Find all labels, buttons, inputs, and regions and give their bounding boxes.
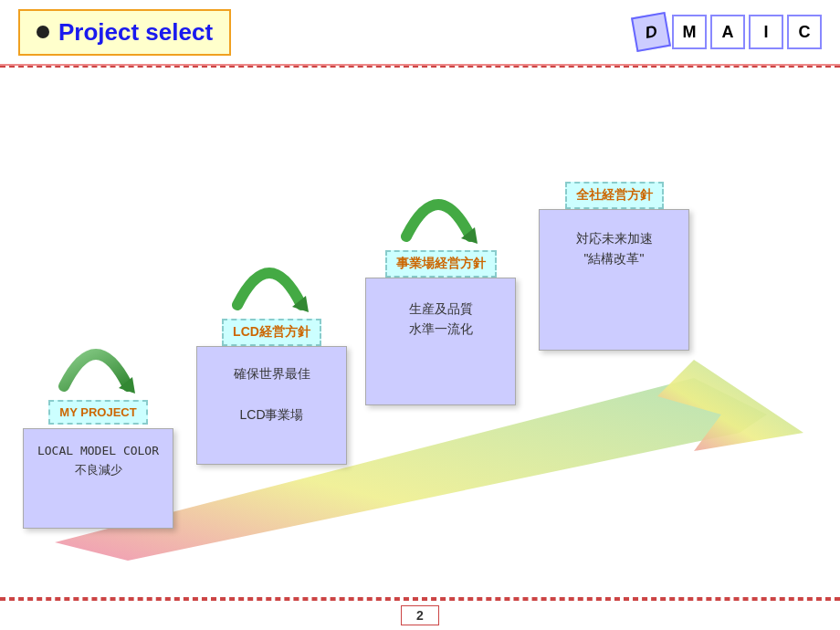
green-arrow-1 bbox=[55, 331, 137, 395]
level2-label: LCD経営方針 bbox=[222, 319, 321, 346]
project-select-box: Project select bbox=[18, 9, 231, 56]
level3-content: 生産及品質 水準一流化 bbox=[365, 278, 516, 405]
dmaic-container: D M A I C bbox=[634, 15, 822, 49]
bullet-dot bbox=[37, 26, 49, 38]
green-arrow-3 bbox=[397, 182, 479, 246]
stair-level3: 事業場経営方針 生産及品質 水準一流化 bbox=[365, 250, 516, 405]
main-content: MY PROJECT LOCAL MODEL COLOR 不良減少 LCD経営方… bbox=[0, 68, 840, 606]
dmaic-i: I bbox=[749, 15, 783, 49]
green-arrow-2 bbox=[228, 250, 310, 314]
footer: 2 bbox=[0, 599, 840, 630]
level4-label: 全社経営方針 bbox=[565, 182, 664, 209]
level1-label: MY PROJECT bbox=[48, 400, 147, 425]
stair-level1: MY PROJECT LOCAL MODEL COLOR 不良減少 bbox=[23, 400, 173, 529]
level1-content: LOCAL MODEL COLOR 不良減少 bbox=[23, 428, 173, 529]
dmaic-d: D bbox=[631, 12, 671, 52]
stair-level2: LCD経営方針 確保世界最佳 LCD事業場 bbox=[196, 319, 347, 465]
level3-label: 事業場経営方針 bbox=[385, 250, 497, 278]
header: Project select D M A I C bbox=[0, 0, 840, 66]
level2-content: 確保世界最佳 LCD事業場 bbox=[196, 346, 347, 465]
dmaic-m: M bbox=[672, 15, 707, 49]
level4-content: 対応未来加速 "結構改革" bbox=[539, 209, 689, 351]
dmaic-a: A bbox=[710, 15, 745, 49]
stair-level4: 全社経営方針 対応未来加速 "結構改革" bbox=[539, 182, 689, 351]
project-select-title: Project select bbox=[58, 18, 213, 47]
dmaic-c: C bbox=[787, 15, 822, 49]
page-number: 2 bbox=[401, 605, 439, 625]
